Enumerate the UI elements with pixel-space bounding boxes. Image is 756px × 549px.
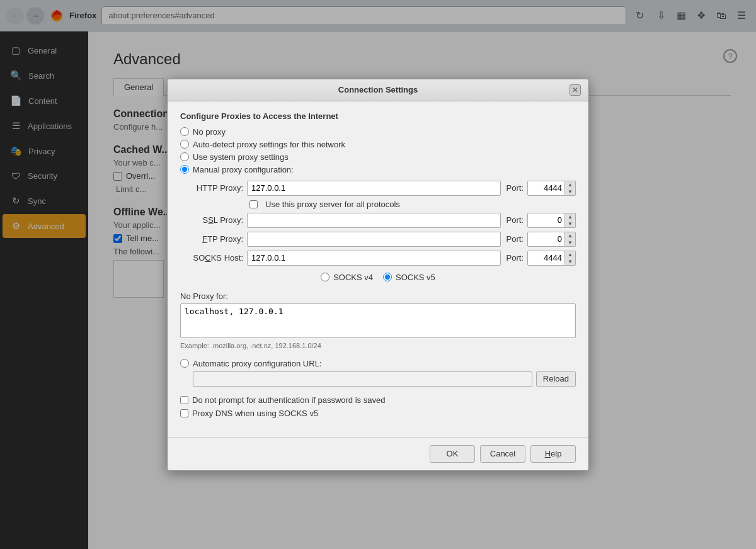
ssl-proxy-input[interactable] xyxy=(247,213,501,228)
auto-detect-label: Auto-detect proxy settings for this netw… xyxy=(193,140,345,149)
socks-version-row: SOCKS v4 SOCKS v5 xyxy=(180,269,576,285)
auto-proxy-url-label: Automatic proxy configuration URL: xyxy=(193,359,321,368)
system-proxy-radio[interactable] xyxy=(180,152,189,161)
no-proxy-radio[interactable] xyxy=(180,127,189,136)
manual-proxy-radio-row[interactable]: Manual proxy configuration: xyxy=(180,165,576,174)
ssl-port-input[interactable] xyxy=(527,213,565,228)
auto-proxy-input-row: Reload xyxy=(193,371,576,387)
ok-button[interactable]: OK xyxy=(430,445,475,463)
socks-v5-radio[interactable] xyxy=(383,273,392,281)
auto-proxy-row: Automatic proxy configuration URL: xyxy=(180,356,576,371)
proxy-dns-row: Proxy DNS when using SOCKS v5 xyxy=(180,409,576,418)
help-button[interactable]: Help xyxy=(530,445,576,463)
proxy-dns-label: Proxy DNS when using SOCKS v5 xyxy=(192,409,318,418)
ftp-port-up[interactable]: ▲ xyxy=(565,232,575,239)
no-auth-prompt-checkbox[interactable] xyxy=(180,396,188,404)
ssl-proxy-label: SSL Proxy: xyxy=(180,215,243,225)
dialog-body: Configure Proxies to Access the Internet… xyxy=(168,101,588,432)
use-for-all-label: Use this proxy server for all protocols xyxy=(265,200,400,209)
ssl-proxy-row: SSL Proxy: Port: ▲ ▼ xyxy=(180,213,576,228)
ftp-port-down[interactable]: ▼ xyxy=(565,239,575,246)
proxy-dns-checkbox[interactable] xyxy=(180,409,188,417)
ssl-port-down[interactable]: ▼ xyxy=(565,220,575,227)
auto-detect-radio[interactable] xyxy=(180,140,189,149)
no-proxy-textarea[interactable]: localhost, 127.0.0.1 xyxy=(180,303,576,338)
socks-v4-label: SOCKS v4 xyxy=(333,273,373,282)
ssl-port-spinner: ▲ ▼ xyxy=(565,213,576,228)
ftp-port-spinner: ▲ ▼ xyxy=(565,232,576,247)
socks-v5-row[interactable]: SOCKS v5 xyxy=(383,273,435,282)
cancel-button[interactable]: Cancel xyxy=(480,445,525,463)
http-port-input[interactable] xyxy=(527,181,565,196)
socks-port-input[interactable] xyxy=(527,251,565,266)
socks-v5-label: SOCKS v5 xyxy=(396,273,435,282)
no-auth-prompt-row: Do not prompt for authentication if pass… xyxy=(180,395,576,405)
use-for-all-row: Use this proxy server for all protocols xyxy=(249,200,576,209)
socks-port-up[interactable]: ▲ xyxy=(565,251,575,258)
reload-proxy-button[interactable]: Reload xyxy=(536,371,576,387)
dialog-overlay: Connection Settings ✕ Configure Proxies … xyxy=(0,0,756,549)
system-proxy-radio-row[interactable]: Use system proxy settings xyxy=(180,152,576,162)
dialog-checkboxes: Do not prompt for authentication if pass… xyxy=(180,395,576,418)
no-proxy-for-section: No Proxy for: localhost, 127.0.0.1 Examp… xyxy=(180,291,576,349)
socks-host-label: SOCKS Host: xyxy=(180,253,243,263)
ftp-proxy-input[interactable] xyxy=(247,232,501,247)
dialog-footer: OK Cancel Help xyxy=(168,437,588,470)
auto-detect-radio-row[interactable]: Auto-detect proxy settings for this netw… xyxy=(180,140,576,149)
http-proxy-label: HTTP Proxy: xyxy=(180,183,243,193)
http-port-spinner: ▲ ▼ xyxy=(565,181,576,196)
socks-host-input[interactable] xyxy=(247,251,501,266)
http-port-wrap: ▲ ▼ xyxy=(527,181,576,196)
socks-port-down[interactable]: ▼ xyxy=(565,258,575,265)
dialog-title: Connection Settings xyxy=(186,85,570,94)
socks-port-spinner: ▲ ▼ xyxy=(565,251,576,266)
ftp-port-label: Port: xyxy=(505,234,524,244)
http-proxy-input[interactable] xyxy=(247,181,501,196)
no-proxy-example: Example: .mozilla.org, .net.nz, 192.168.… xyxy=(180,342,576,349)
socks-port-wrap: ▲ ▼ xyxy=(527,251,576,266)
http-port-up[interactable]: ▲ xyxy=(565,181,575,188)
ftp-proxy-label: FTP Proxy: xyxy=(180,234,243,244)
system-proxy-label: Use system proxy settings xyxy=(193,152,289,162)
auto-proxy-url-input[interactable] xyxy=(193,371,532,387)
ftp-proxy-row: FTP Proxy: Port: ▲ ▼ xyxy=(180,232,576,247)
no-proxy-label: No proxy xyxy=(193,127,226,137)
use-for-all-checkbox[interactable] xyxy=(249,200,258,208)
no-auth-prompt-label: Do not prompt for authentication if pass… xyxy=(192,395,385,405)
http-port-down[interactable]: ▼ xyxy=(565,188,575,195)
socks-v4-row[interactable]: SOCKS v4 xyxy=(321,273,373,282)
proxy-group-title: Configure Proxies to Access the Internet xyxy=(180,111,576,121)
ftp-port-wrap: ▲ ▼ xyxy=(527,232,576,247)
no-proxy-for-label: No Proxy for: xyxy=(180,291,576,301)
socks-port-label: Port: xyxy=(505,253,524,263)
dialog-close-button[interactable]: ✕ xyxy=(570,84,581,96)
ssl-port-label: Port: xyxy=(505,215,524,225)
no-proxy-radio-row[interactable]: No proxy xyxy=(180,127,576,137)
proxy-fields: HTTP Proxy: Port: ▲ ▼ Use this proxy ser… xyxy=(180,181,576,285)
ftp-port-input[interactable] xyxy=(527,232,565,247)
connection-settings-dialog: Connection Settings ✕ Configure Proxies … xyxy=(167,79,589,471)
manual-proxy-radio[interactable] xyxy=(180,165,189,174)
ssl-port-up[interactable]: ▲ xyxy=(565,213,575,220)
auto-proxy-url-radio[interactable] xyxy=(180,359,189,368)
http-proxy-row: HTTP Proxy: Port: ▲ ▼ xyxy=(180,181,576,196)
ssl-port-wrap: ▲ ▼ xyxy=(527,213,576,228)
auto-proxy-radio-row[interactable]: Automatic proxy configuration URL: xyxy=(180,359,321,368)
dialog-header: Connection Settings ✕ xyxy=(168,79,588,101)
http-port-label: Port: xyxy=(505,183,524,193)
socks-host-row: SOCKS Host: Port: ▲ ▼ xyxy=(180,251,576,266)
socks-v4-radio[interactable] xyxy=(321,273,329,281)
manual-proxy-label: Manual proxy configuration: xyxy=(193,165,294,174)
